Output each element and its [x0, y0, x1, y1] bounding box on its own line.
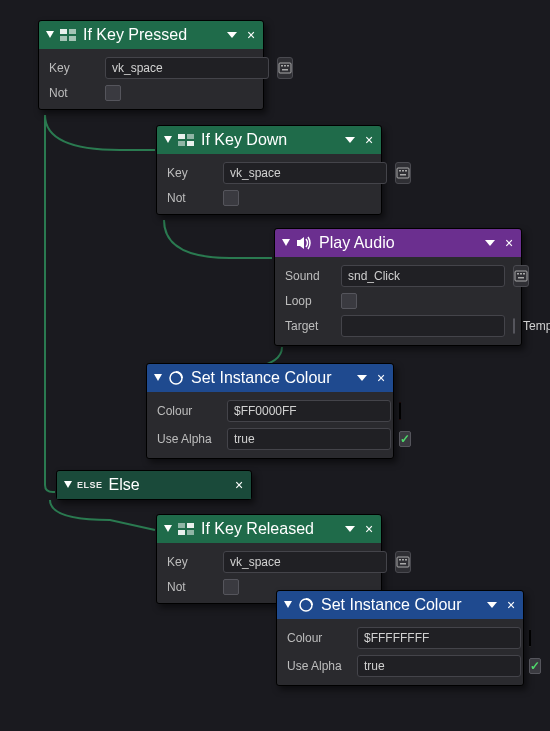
key-input[interactable]	[223, 162, 387, 184]
dropdown-icon[interactable]	[343, 523, 357, 535]
alpha-checkbox[interactable]	[529, 658, 541, 674]
collapse-icon[interactable]	[281, 238, 291, 248]
svg-rect-12	[178, 141, 185, 146]
not-checkbox[interactable]	[223, 190, 239, 206]
sound-label: Sound	[285, 269, 333, 283]
node-title: Set Instance Colour	[321, 596, 485, 614]
colour-input[interactable]	[357, 627, 521, 649]
node-title: If Key Down	[201, 131, 343, 149]
not-checkbox[interactable]	[223, 579, 239, 595]
sound-input[interactable]	[341, 265, 505, 287]
audio-icon	[295, 234, 313, 252]
svg-rect-25	[187, 523, 194, 528]
loop-label: Loop	[285, 294, 333, 308]
svg-rect-2	[60, 36, 67, 41]
collapse-icon[interactable]	[63, 480, 73, 490]
svg-rect-21	[523, 273, 525, 275]
dropdown-icon[interactable]	[485, 599, 499, 611]
svg-rect-9	[178, 134, 185, 139]
colour-swatch[interactable]	[529, 629, 531, 647]
node-header-if-key-down[interactable]: If Key Down ×	[157, 126, 381, 154]
svg-rect-4	[279, 63, 291, 73]
dropdown-icon[interactable]	[355, 372, 369, 384]
picker-button[interactable]	[395, 551, 411, 573]
picker-button[interactable]	[513, 265, 529, 287]
close-icon[interactable]: ×	[363, 134, 375, 146]
colour-input[interactable]	[227, 400, 391, 422]
svg-rect-7	[287, 65, 289, 67]
svg-rect-0	[60, 29, 67, 34]
close-icon[interactable]: ×	[375, 372, 387, 384]
collapse-icon[interactable]	[163, 524, 173, 534]
collapse-icon[interactable]	[283, 600, 293, 610]
svg-rect-22	[518, 277, 524, 279]
svg-rect-24	[178, 523, 185, 528]
close-icon[interactable]: ×	[363, 523, 375, 535]
alpha-checkbox[interactable]	[399, 431, 411, 447]
svg-rect-15	[402, 170, 404, 172]
node-header-play-audio[interactable]: Play Audio ×	[275, 229, 521, 257]
not-label: Not	[167, 580, 215, 594]
close-icon[interactable]: ×	[505, 599, 517, 611]
svg-rect-3	[69, 36, 76, 41]
key-label: Key	[49, 61, 97, 75]
node-title: If Key Released	[201, 520, 343, 538]
svg-rect-19	[517, 273, 519, 275]
colour-label: Colour	[157, 404, 219, 418]
keyboard-icon	[177, 131, 195, 149]
svg-rect-31	[405, 559, 407, 561]
node-header-if-key-released[interactable]: If Key Released ×	[157, 515, 381, 543]
node-header-set-colour-1[interactable]: Set Instance Colour ×	[147, 364, 393, 392]
svg-rect-6	[284, 65, 286, 67]
svg-rect-5	[281, 65, 283, 67]
node-header-if-key-pressed[interactable]: If Key Pressed ×	[39, 21, 263, 49]
svg-rect-20	[520, 273, 522, 275]
node-header-else[interactable]: ELSE Else ×	[57, 471, 251, 499]
dropdown-icon[interactable]	[225, 29, 239, 41]
collapse-icon[interactable]	[163, 135, 173, 145]
svg-rect-8	[282, 69, 288, 71]
node-header-set-colour-2[interactable]: Set Instance Colour ×	[277, 591, 523, 619]
key-input[interactable]	[105, 57, 269, 79]
target-label: Target	[285, 319, 333, 333]
temp-checkbox[interactable]	[513, 318, 515, 334]
collapse-icon[interactable]	[45, 30, 55, 40]
dropdown-icon[interactable]	[483, 237, 497, 249]
target-input[interactable]	[341, 315, 505, 337]
svg-rect-17	[400, 174, 406, 176]
picker-button[interactable]	[277, 57, 293, 79]
svg-rect-18	[515, 271, 527, 281]
close-icon[interactable]: ×	[245, 29, 257, 41]
node-title: If Key Pressed	[83, 26, 225, 44]
key-label: Key	[167, 555, 215, 569]
instance-icon	[297, 596, 315, 614]
keyboard-icon	[59, 26, 77, 44]
keyboard-icon	[177, 520, 195, 538]
node-title: Set Instance Colour	[191, 369, 355, 387]
node-title: Else	[109, 476, 233, 494]
svg-rect-13	[397, 168, 409, 178]
alpha-label: Use Alpha	[287, 659, 349, 673]
close-icon[interactable]: ×	[233, 479, 245, 491]
alpha-input[interactable]	[227, 428, 391, 450]
close-icon[interactable]: ×	[503, 237, 515, 249]
colour-swatch[interactable]	[399, 402, 401, 420]
svg-rect-11	[187, 134, 194, 139]
not-checkbox[interactable]	[105, 85, 121, 101]
temp-label: Temp	[523, 319, 550, 333]
svg-rect-1	[69, 29, 76, 34]
colour-label: Colour	[287, 631, 349, 645]
loop-checkbox[interactable]	[341, 293, 357, 309]
alpha-input[interactable]	[357, 655, 521, 677]
svg-rect-16	[405, 170, 407, 172]
svg-rect-27	[187, 530, 194, 535]
svg-rect-29	[399, 559, 401, 561]
picker-button[interactable]	[395, 162, 411, 184]
node-title: Play Audio	[319, 234, 483, 252]
key-input[interactable]	[223, 551, 387, 573]
svg-rect-30	[402, 559, 404, 561]
svg-rect-26	[178, 530, 185, 535]
collapse-icon[interactable]	[153, 373, 163, 383]
dropdown-icon[interactable]	[343, 134, 357, 146]
not-label: Not	[49, 86, 97, 100]
